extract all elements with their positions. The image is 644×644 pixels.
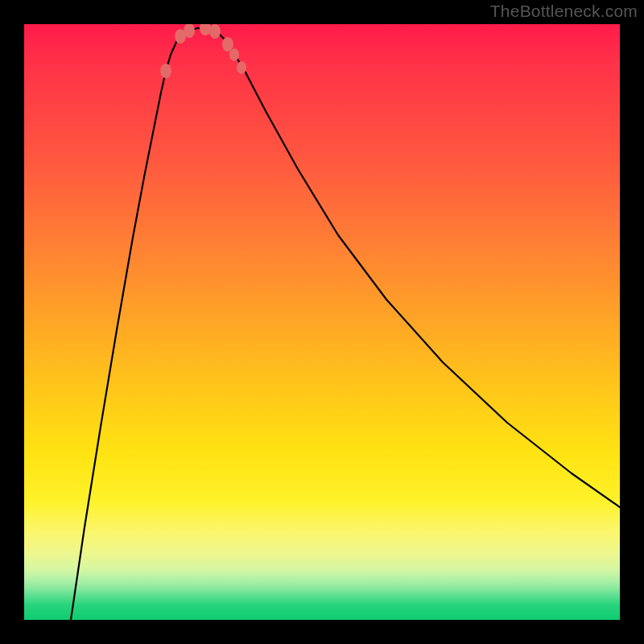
curve-marker <box>160 64 171 78</box>
plot-area <box>24 24 620 620</box>
chart-frame: TheBottleneck.com <box>0 0 644 644</box>
curve-marker <box>200 24 211 35</box>
curve-layer <box>24 24 620 620</box>
curve-marker <box>237 61 246 74</box>
bottleneck-curve <box>71 28 620 620</box>
watermark-text: TheBottleneck.com <box>490 2 638 21</box>
curve-marker <box>209 24 221 39</box>
curve-marker <box>229 48 239 61</box>
